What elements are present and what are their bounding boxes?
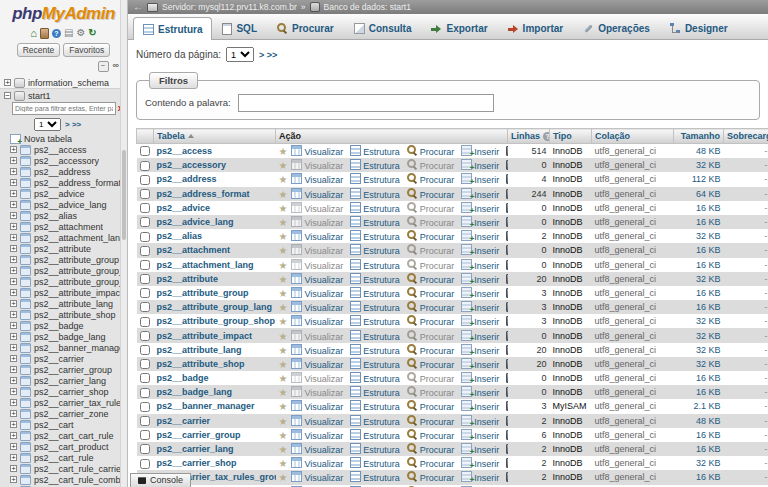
favorite-star-icon[interactable]: ★ bbox=[279, 345, 288, 356]
empty-link[interactable]: Limpar bbox=[506, 275, 507, 285]
structure-link[interactable]: Estrutura bbox=[350, 459, 400, 469]
header-type[interactable]: Tipo bbox=[550, 129, 592, 144]
header-collation[interactable]: Colação bbox=[592, 129, 674, 144]
search-link[interactable]: Procurar bbox=[407, 332, 455, 342]
insert-link[interactable]: Inserir bbox=[461, 346, 499, 356]
empty-link[interactable]: Limpar bbox=[506, 161, 507, 171]
search-link[interactable]: Procurar bbox=[407, 175, 455, 185]
search-link[interactable]: Procurar bbox=[407, 431, 455, 441]
browse-link[interactable]: Visualizar bbox=[291, 204, 343, 214]
expand-icon[interactable] bbox=[10, 421, 17, 428]
favorite-star-icon[interactable]: ★ bbox=[279, 316, 288, 327]
browse-link[interactable]: Visualizar bbox=[291, 175, 343, 185]
empty-link[interactable]: Limpar bbox=[506, 473, 507, 483]
table-name-link[interactable]: ps2__accessory bbox=[157, 160, 227, 170]
expand-icon[interactable] bbox=[10, 179, 17, 186]
expand-icon[interactable] bbox=[10, 311, 17, 318]
favorite-star-icon[interactable]: ★ bbox=[279, 472, 288, 483]
tab-query[interactable]: Consulta bbox=[344, 17, 422, 39]
sidebar-table-item[interactable]: ps2__advice bbox=[0, 188, 127, 199]
insert-link[interactable]: Inserir bbox=[461, 402, 499, 412]
browse-link[interactable]: Visualizar bbox=[291, 402, 343, 412]
browse-link[interactable]: Visualizar bbox=[291, 374, 343, 384]
row-checkbox[interactable] bbox=[140, 203, 150, 213]
collapse-icon[interactable] bbox=[4, 92, 11, 99]
favorite-star-icon[interactable]: ★ bbox=[279, 359, 288, 370]
table-name-link[interactable]: ps2__attachment bbox=[157, 245, 231, 255]
table-name-link[interactable]: ps2__attribute_lang bbox=[157, 345, 242, 355]
sidebar-table-item[interactable]: ps2__cart bbox=[0, 419, 127, 430]
insert-link[interactable]: Inserir bbox=[461, 232, 499, 242]
search-link[interactable]: Procurar bbox=[407, 417, 455, 427]
row-checkbox[interactable] bbox=[140, 459, 150, 469]
expand-icon[interactable] bbox=[10, 410, 17, 417]
empty-link[interactable]: Limpar bbox=[506, 261, 507, 271]
expand-icon[interactable] bbox=[10, 168, 17, 175]
empty-link[interactable]: Limpar bbox=[506, 246, 507, 256]
phpmyadmin-logo[interactable]: phpMyAdmin bbox=[0, 0, 127, 24]
table-name-link[interactable]: ps2__attribute_group bbox=[157, 288, 249, 298]
browse-link[interactable]: Visualizar bbox=[291, 303, 343, 313]
insert-link[interactable]: Inserir bbox=[461, 204, 499, 214]
structure-link[interactable]: Estrutura bbox=[350, 218, 400, 228]
table-name-link[interactable]: ps2__carrier_lang bbox=[157, 444, 234, 454]
sidebar-table-item[interactable]: ps2__cart_rule_combination bbox=[0, 474, 127, 485]
table-name-link[interactable]: ps2__advice bbox=[157, 203, 211, 213]
page-next-links[interactable]: > >> bbox=[259, 50, 277, 60]
sidebar-table-item[interactable]: ps2__attribute_group_lang bbox=[0, 265, 127, 276]
expand-icon[interactable] bbox=[10, 322, 17, 329]
search-link[interactable]: Procurar bbox=[407, 190, 455, 200]
sidebar-table-item[interactable]: ps2__attribute bbox=[0, 243, 127, 254]
expand-icon[interactable] bbox=[4, 79, 11, 86]
browse-link[interactable]: Visualizar bbox=[291, 459, 343, 469]
expand-icon[interactable] bbox=[10, 300, 17, 307]
empty-link[interactable]: Limpar bbox=[506, 459, 507, 469]
sidebar-table-item[interactable]: ps2__carrier_group bbox=[0, 364, 127, 375]
empty-link[interactable]: Limpar bbox=[506, 232, 507, 242]
empty-link[interactable]: Limpar bbox=[506, 346, 507, 356]
empty-link[interactable]: Limpar bbox=[506, 218, 507, 228]
insert-link[interactable]: Inserir bbox=[461, 374, 499, 384]
header-size[interactable]: Tamanho bbox=[674, 129, 724, 144]
sidebar-table-item[interactable]: ps2__address bbox=[0, 166, 127, 177]
favorite-star-icon[interactable]: ★ bbox=[279, 430, 288, 441]
table-name-link[interactable]: ps2__carrier bbox=[157, 416, 211, 426]
insert-link[interactable]: Inserir bbox=[461, 417, 499, 427]
expand-icon[interactable] bbox=[10, 399, 17, 406]
favorite-tables-button[interactable]: Favoritos bbox=[63, 43, 110, 57]
structure-link[interactable]: Estrutura bbox=[350, 445, 400, 455]
empty-link[interactable]: Limpar bbox=[506, 317, 507, 327]
table-name-link[interactable]: ps2__attribute_shop bbox=[157, 359, 245, 369]
browse-link[interactable]: Visualizar bbox=[291, 360, 343, 370]
favorite-star-icon[interactable]: ★ bbox=[279, 288, 288, 299]
favorite-star-icon[interactable]: ★ bbox=[279, 302, 288, 313]
insert-link[interactable]: Inserir bbox=[461, 445, 499, 455]
settings-gear-icon[interactable]: ⚙ bbox=[76, 28, 85, 38]
browse-link[interactable]: Visualizar bbox=[291, 190, 343, 200]
header-rows[interactable]: Linhas bbox=[508, 129, 550, 144]
row-checkbox[interactable] bbox=[140, 430, 150, 440]
expand-icon[interactable] bbox=[10, 443, 17, 450]
expand-icon[interactable] bbox=[10, 201, 17, 208]
docs-icon[interactable]: ▤ bbox=[64, 28, 73, 38]
favorite-star-icon[interactable]: ★ bbox=[279, 160, 288, 171]
row-checkbox[interactable] bbox=[140, 402, 150, 412]
insert-link[interactable]: Inserir bbox=[461, 190, 499, 200]
structure-link[interactable]: Estrutura bbox=[350, 303, 400, 313]
row-checkbox[interactable] bbox=[140, 345, 150, 355]
structure-link[interactable]: Estrutura bbox=[350, 431, 400, 441]
insert-link[interactable]: Inserir bbox=[461, 459, 499, 469]
structure-link[interactable]: Estrutura bbox=[350, 147, 400, 157]
empty-link[interactable]: Limpar bbox=[506, 374, 507, 384]
expand-icon[interactable] bbox=[10, 234, 17, 241]
table-name-link[interactable]: ps2__attribute bbox=[157, 274, 219, 284]
insert-link[interactable]: Inserir bbox=[461, 147, 499, 157]
favorite-star-icon[interactable]: ★ bbox=[279, 203, 288, 214]
row-checkbox[interactable] bbox=[140, 373, 150, 383]
tab-export[interactable]: Exportar bbox=[421, 17, 497, 39]
insert-link[interactable]: Inserir bbox=[461, 431, 499, 441]
console-button[interactable]: Console bbox=[130, 473, 191, 487]
search-link[interactable]: Procurar bbox=[407, 459, 455, 469]
sidebar-table-item[interactable]: ps2__attribute_impact bbox=[0, 287, 127, 298]
sidebar-table-item[interactable]: ps2__carrier_zone bbox=[0, 408, 127, 419]
